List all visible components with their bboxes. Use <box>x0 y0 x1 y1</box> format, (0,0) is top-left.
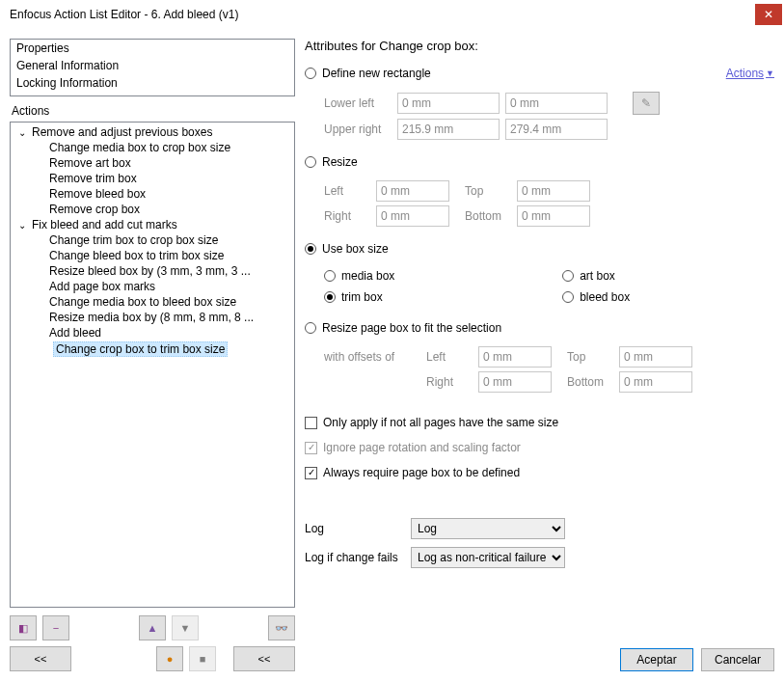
close-button[interactable]: ✕ <box>755 4 782 25</box>
cancel-button[interactable]: Cancelar <box>701 648 774 671</box>
tree-item-selected[interactable]: Change crop box to trim box size <box>49 340 288 358</box>
define-rectangle-block: Lower left ✎ Upper right <box>324 88 774 144</box>
fit-right-input[interactable] <box>478 371 552 393</box>
collapse-icon[interactable]: ⌄ <box>16 127 28 138</box>
fit-bottom-label: Bottom <box>567 375 613 389</box>
fit-bottom-input[interactable] <box>619 371 692 393</box>
right-column: Attributes for Change crop box: Define n… <box>305 39 774 671</box>
tree-item[interactable]: Change media box to bleed box size <box>11 294 294 310</box>
resize-right-input[interactable] <box>376 205 449 227</box>
actions-menu-link[interactable]: Actions ▼ <box>726 67 774 80</box>
lower-left-x-input[interactable] <box>397 93 500 114</box>
log-select[interactable]: Log <box>411 518 565 539</box>
tree-item[interactable]: Add page box marks <box>11 279 294 294</box>
radio-use-box-label: Use box size <box>322 242 389 256</box>
actions-heading: Actions <box>10 102 295 122</box>
fit-left-label: Left <box>426 350 473 364</box>
tree-item[interactable]: Change trim box to crop box size <box>11 232 294 248</box>
minus-icon: − <box>53 622 59 634</box>
tree-item[interactable]: Remove crop box <box>11 202 294 217</box>
radio-resize[interactable] <box>305 156 316 168</box>
inspect-button[interactable]: 👓 <box>268 615 295 640</box>
stop-button[interactable]: ■ <box>189 646 216 671</box>
fit-top-label: Top <box>567 350 613 364</box>
resize-bottom-input[interactable] <box>517 205 590 227</box>
checkbox-require-defined[interactable] <box>305 467 317 479</box>
close-icon: ✕ <box>764 8 773 21</box>
radio-art-box[interactable] <box>562 270 574 282</box>
bleed-box-label: bleed box <box>580 290 630 304</box>
collapse-icon[interactable]: ⌄ <box>16 220 28 231</box>
attributes-title: Attributes for Change crop box: <box>305 39 774 53</box>
tree-item[interactable]: Remove art box <box>11 155 294 171</box>
resize-left-input[interactable] <box>376 180 449 202</box>
checkbox-ignore-label: Ignore page rotation and scaling factor <box>323 441 521 454</box>
triangle-down-icon: ▼ <box>180 622 191 634</box>
lower-left-y-input[interactable] <box>505 93 608 114</box>
remove-button[interactable]: − <box>42 615 69 640</box>
move-up-button[interactable]: ▲ <box>139 615 166 640</box>
tree-group[interactable]: ⌄ Fix bleed and add cut marks <box>11 217 294 232</box>
resize-block: Left Top Right Bottom <box>324 177 774 231</box>
log-fail-select[interactable]: Log as non-critical failure <box>411 547 565 568</box>
add-button[interactable]: ◧ <box>10 615 37 640</box>
checkbox-require-label: Always require page box to be defined <box>323 466 520 479</box>
fit-prefix-label: with offsets of <box>324 350 420 364</box>
left-column: Properties General Information Locking I… <box>10 39 295 671</box>
circle-icon: ● <box>167 653 174 665</box>
move-down-button[interactable]: ▼ <box>172 615 199 640</box>
glasses-icon: 👓 <box>275 622 288 635</box>
chevron-down-icon: ▼ <box>766 68 774 78</box>
ok-button[interactable]: Aceptar <box>620 648 693 671</box>
dialog-footer: Aceptar Cancelar <box>305 637 774 671</box>
resize-top-label: Top <box>465 184 511 198</box>
upper-right-x-input[interactable] <box>397 119 500 140</box>
tree-item[interactable]: Remove bleed box <box>11 186 294 202</box>
properties-list[interactable]: Properties General Information Locking I… <box>10 39 295 96</box>
tree-item[interactable]: Remove trim box <box>11 171 294 186</box>
fit-top-input[interactable] <box>619 346 692 368</box>
eyedropper-icon: ✎ <box>641 96 651 110</box>
tree-item[interactable]: Add bleed <box>11 325 294 340</box>
box-size-options: media box art box trim box bleed box <box>324 269 774 304</box>
radio-fit-selection[interactable] <box>305 322 316 334</box>
prev-button[interactable]: << <box>10 646 71 671</box>
radio-use-box-size[interactable] <box>305 243 316 255</box>
log-label: Log <box>305 522 401 535</box>
radio-resize-label: Resize <box>322 155 358 169</box>
art-box-label: art box <box>580 269 615 283</box>
tree-item[interactable]: Change bleed box to trim box size <box>11 248 294 263</box>
record-button[interactable]: ● <box>156 646 183 671</box>
tree-group-label: Remove and adjust previous boxes <box>32 125 212 139</box>
actions-tree[interactable]: ⌄ Remove and adjust previous boxes Chang… <box>10 122 295 608</box>
radio-define-new[interactable] <box>305 68 316 79</box>
resize-left-label: Left <box>324 184 370 198</box>
fit-left-input[interactable] <box>478 346 552 368</box>
fit-block: with offsets of Left Top Right Bottom <box>324 342 774 396</box>
tree-toolbar: ◧ − ▲ ▼ 👓 << ● ■ << <box>10 615 295 671</box>
properties-item[interactable]: General Information <box>11 57 294 74</box>
properties-item[interactable]: Properties <box>11 40 294 57</box>
properties-item[interactable]: Locking Information <box>11 74 294 92</box>
checkbox-only-apply[interactable] <box>305 417 317 429</box>
eyedropper-button[interactable]: ✎ <box>633 92 660 115</box>
content: Properties General Information Locking I… <box>0 29 784 681</box>
radio-fit-label: Resize page box to fit the selection <box>322 321 501 335</box>
media-box-label: media box <box>341 269 394 283</box>
radio-bleed-box[interactable] <box>562 291 574 303</box>
tree-group[interactable]: ⌄ Remove and adjust previous boxes <box>11 124 294 140</box>
resize-right-label: Right <box>324 209 370 223</box>
prev2-button[interactable]: << <box>233 646 295 671</box>
tree-item[interactable]: Change media box to crop box size <box>11 140 294 155</box>
titlebar: Enfocus Action List Editor - 6. Add blee… <box>0 0 784 29</box>
tree-item[interactable]: Resize media box by (8 mm, 8 mm, 8 ... <box>11 310 294 325</box>
log-fail-label: Log if change fails <box>305 551 401 564</box>
window-title: Enfocus Action List Editor - 6. Add blee… <box>10 8 755 21</box>
checkbox-ignore-rotation <box>305 442 317 454</box>
radio-trim-box[interactable] <box>324 291 336 303</box>
resize-top-input[interactable] <box>517 180 590 202</box>
tree-item[interactable]: Resize bleed box by (3 mm, 3 mm, 3 ... <box>11 263 294 279</box>
radio-media-box[interactable] <box>324 270 336 282</box>
upper-right-y-input[interactable] <box>505 119 608 140</box>
square-icon: ■ <box>200 653 206 665</box>
